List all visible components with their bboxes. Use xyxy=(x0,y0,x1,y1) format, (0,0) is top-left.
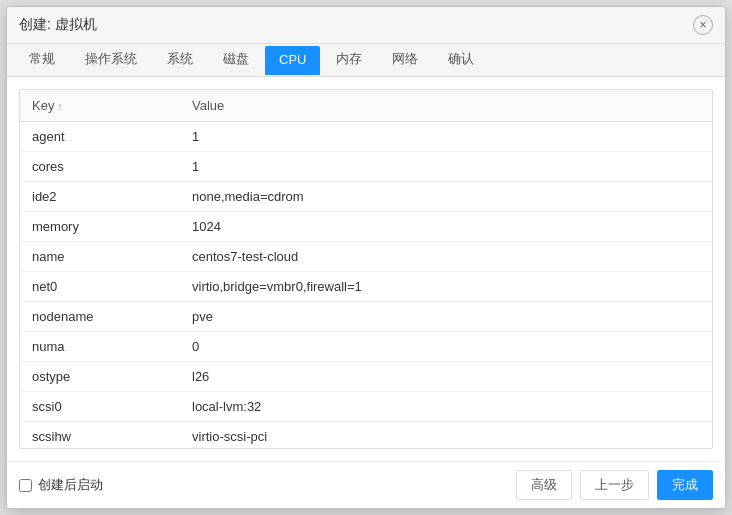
table-row: ide2none,media=cdrom xyxy=(20,182,712,212)
advanced-button[interactable]: 高级 xyxy=(516,470,572,500)
finish-button[interactable]: 完成 xyxy=(657,470,713,500)
cell-value: local-lvm:32 xyxy=(180,392,712,422)
dialog-footer: 创建后启动 高级 上一步 完成 xyxy=(7,461,725,508)
tab-磁盘[interactable]: 磁盘 xyxy=(209,44,263,76)
cell-value: virtio-scsi-pci xyxy=(180,422,712,450)
autostart-checkbox-wrap[interactable]: 创建后启动 xyxy=(19,476,103,494)
cell-key: ostype xyxy=(20,362,180,392)
cell-key: cores xyxy=(20,152,180,182)
table-row: scsihwvirtio-scsi-pci xyxy=(20,422,712,450)
cell-key: ide2 xyxy=(20,182,180,212)
tab-确认[interactable]: 确认 xyxy=(434,44,488,76)
cell-value: pve xyxy=(180,302,712,332)
tab-常规[interactable]: 常规 xyxy=(15,44,69,76)
cell-value: l26 xyxy=(180,362,712,392)
cell-value: virtio,bridge=vmbr0,firewall=1 xyxy=(180,272,712,302)
tab-网络[interactable]: 网络 xyxy=(378,44,432,76)
cell-value: 1 xyxy=(180,152,712,182)
table-body: agent1cores1ide2none,media=cdrommemory10… xyxy=(20,122,712,450)
cell-value: 0 xyxy=(180,332,712,362)
cell-key: scsi0 xyxy=(20,392,180,422)
dialog-title: 创建: 虚拟机 xyxy=(19,16,97,34)
dialog-header: 创建: 虚拟机 × xyxy=(7,7,725,44)
table-row: ostypel26 xyxy=(20,362,712,392)
config-table-container[interactable]: Key↑ Value agent1cores1ide2none,media=cd… xyxy=(19,89,713,449)
table-row: memory1024 xyxy=(20,212,712,242)
cell-value: none,media=cdrom xyxy=(180,182,712,212)
cell-value: 1 xyxy=(180,122,712,152)
col-header-value: Value xyxy=(180,90,712,122)
table-row: scsi0local-lvm:32 xyxy=(20,392,712,422)
cell-key: nodename xyxy=(20,302,180,332)
cell-key: scsihw xyxy=(20,422,180,450)
sort-icon: ↑ xyxy=(57,101,62,112)
tab-系统[interactable]: 系统 xyxy=(153,44,207,76)
cell-key: name xyxy=(20,242,180,272)
back-button[interactable]: 上一步 xyxy=(580,470,649,500)
tab-bar: 常规操作系统系统磁盘CPU内存网络确认 xyxy=(7,44,725,77)
autostart-checkbox[interactable] xyxy=(19,479,32,492)
cell-key: net0 xyxy=(20,272,180,302)
create-vm-dialog: 创建: 虚拟机 × 常规操作系统系统磁盘CPU内存网络确认 Key↑ Value… xyxy=(6,6,726,509)
tab-内存[interactable]: 内存 xyxy=(322,44,376,76)
config-table: Key↑ Value agent1cores1ide2none,media=cd… xyxy=(20,90,712,449)
footer-buttons: 高级 上一步 完成 xyxy=(516,470,713,500)
col-header-key: Key↑ xyxy=(20,90,180,122)
cell-key: numa xyxy=(20,332,180,362)
table-row: cores1 xyxy=(20,152,712,182)
cell-key: agent xyxy=(20,122,180,152)
autostart-label: 创建后启动 xyxy=(38,476,103,494)
cell-value: centos7-test-cloud xyxy=(180,242,712,272)
table-row: net0virtio,bridge=vmbr0,firewall=1 xyxy=(20,272,712,302)
table-row: namecentos7-test-cloud xyxy=(20,242,712,272)
cell-value: 1024 xyxy=(180,212,712,242)
tab-CPU[interactable]: CPU xyxy=(265,46,320,75)
cell-key: memory xyxy=(20,212,180,242)
close-button[interactable]: × xyxy=(693,15,713,35)
tab-操作系统[interactable]: 操作系统 xyxy=(71,44,151,76)
table-row: nodenamepve xyxy=(20,302,712,332)
dialog-body: Key↑ Value agent1cores1ide2none,media=cd… xyxy=(7,77,725,461)
table-row: agent1 xyxy=(20,122,712,152)
table-row: numa0 xyxy=(20,332,712,362)
